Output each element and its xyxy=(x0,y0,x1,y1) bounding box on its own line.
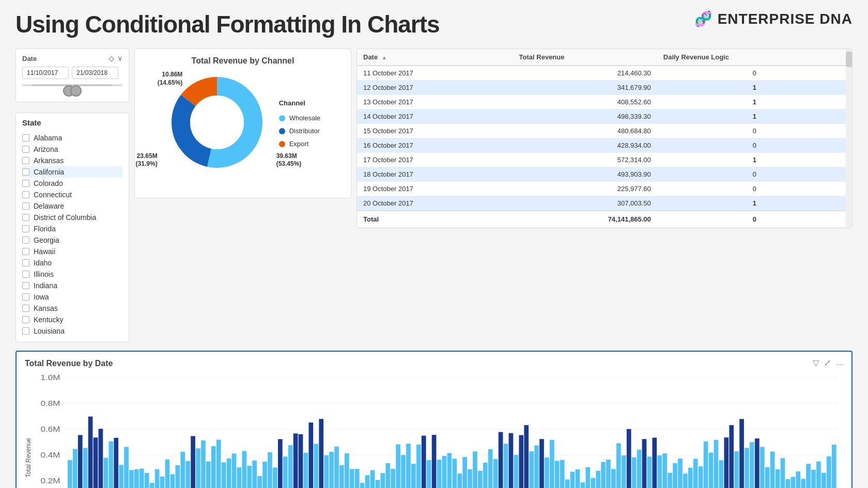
state-item[interactable]: Arizona xyxy=(22,144,122,155)
bar[interactable] xyxy=(699,466,703,488)
bar[interactable] xyxy=(155,469,160,488)
state-checkbox[interactable] xyxy=(22,134,29,141)
bar[interactable] xyxy=(622,455,626,488)
bar[interactable] xyxy=(237,467,242,488)
bar[interactable] xyxy=(765,467,770,488)
date-slider-handles[interactable] xyxy=(22,85,122,97)
bar[interactable] xyxy=(709,453,714,488)
state-item[interactable]: Kansas xyxy=(22,303,122,314)
bar[interactable] xyxy=(473,451,477,488)
date-start-input[interactable]: 11/10/2017 xyxy=(22,67,69,79)
bar[interactable] xyxy=(832,445,836,488)
bar[interactable] xyxy=(693,459,698,488)
bar[interactable] xyxy=(73,449,78,488)
bar[interactable] xyxy=(499,432,503,488)
bar[interactable] xyxy=(114,438,118,488)
filter-icon[interactable]: ▽ xyxy=(813,358,819,368)
bar[interactable] xyxy=(94,437,98,488)
bar[interactable] xyxy=(606,460,611,488)
bar[interactable] xyxy=(437,460,442,488)
bar[interactable] xyxy=(447,453,452,488)
bar[interactable] xyxy=(760,447,765,488)
state-checkbox[interactable] xyxy=(22,305,29,312)
bar[interactable] xyxy=(339,465,344,488)
bar[interactable] xyxy=(196,448,200,488)
expand-icon[interactable]: ⤢ xyxy=(824,358,831,368)
state-item[interactable]: District of Columbia xyxy=(22,212,122,223)
state-checkbox[interactable] xyxy=(22,157,29,164)
bar[interactable] xyxy=(570,471,575,488)
bar[interactable] xyxy=(642,439,647,488)
state-checkbox[interactable] xyxy=(22,180,29,187)
bar[interactable] xyxy=(293,433,298,488)
bar[interactable] xyxy=(129,470,134,488)
bar[interactable] xyxy=(652,437,657,488)
bar[interactable] xyxy=(627,429,631,488)
bar[interactable] xyxy=(180,452,185,488)
state-checkbox[interactable] xyxy=(22,168,29,176)
state-checkbox[interactable] xyxy=(22,248,29,255)
bar[interactable] xyxy=(739,419,744,488)
bar[interactable] xyxy=(99,429,103,488)
bar[interactable] xyxy=(457,474,462,488)
bar[interactable] xyxy=(770,452,775,488)
bar[interactable] xyxy=(673,463,677,488)
table-row[interactable]: 15 October 2017 480,684.80 0 xyxy=(357,124,852,138)
slider-handle-right[interactable] xyxy=(70,85,82,97)
bar[interactable] xyxy=(391,469,395,488)
bar[interactable] xyxy=(432,435,437,488)
bar[interactable] xyxy=(411,464,416,488)
bar[interactable] xyxy=(83,448,88,488)
bar[interactable] xyxy=(462,457,467,488)
bar[interactable] xyxy=(88,417,93,488)
state-item[interactable]: Georgia xyxy=(22,234,122,246)
table-row[interactable]: 11 October 2017 214,460.30 0 xyxy=(357,66,852,81)
bar[interactable] xyxy=(786,479,791,488)
bar[interactable] xyxy=(822,473,826,488)
bar[interactable] xyxy=(222,462,226,488)
state-item[interactable]: Louisiana xyxy=(22,325,122,337)
bar[interactable] xyxy=(657,455,662,488)
bar[interactable] xyxy=(242,451,246,488)
state-checkbox[interactable] xyxy=(22,214,29,221)
bar[interactable] xyxy=(791,477,795,488)
bar[interactable] xyxy=(314,444,318,488)
bar[interactable] xyxy=(529,451,534,488)
state-item[interactable]: Florida xyxy=(22,223,122,234)
bar[interactable] xyxy=(442,456,447,488)
bar[interactable] xyxy=(309,422,314,488)
bar[interactable] xyxy=(611,469,616,488)
table-row[interactable]: 19 October 2017 225,977.60 0 xyxy=(357,182,852,196)
state-checkbox[interactable] xyxy=(22,237,29,244)
bar[interactable] xyxy=(632,458,637,488)
sort-icon-date[interactable]: ▲ xyxy=(382,55,387,60)
bar[interactable] xyxy=(160,477,165,488)
bar[interactable] xyxy=(555,461,560,488)
bar[interactable] xyxy=(247,466,252,488)
bar[interactable] xyxy=(350,469,354,488)
state-item[interactable]: Idaho xyxy=(22,257,122,269)
state-item[interactable]: Illinois xyxy=(22,269,122,280)
bar[interactable] xyxy=(175,465,180,488)
state-checkbox[interactable] xyxy=(22,146,29,153)
state-checkbox[interactable] xyxy=(22,316,29,323)
bar[interactable] xyxy=(683,474,688,488)
state-checkbox[interactable] xyxy=(22,293,29,301)
bar[interactable] xyxy=(704,442,708,488)
table-row[interactable]: 20 October 2017 307,003.50 1 xyxy=(357,196,852,211)
chevron-down-icon[interactable]: ∨ xyxy=(117,54,122,62)
bar[interactable] xyxy=(550,440,554,488)
more-icon[interactable]: … xyxy=(836,358,844,368)
table-row[interactable]: 16 October 2017 428,934.00 0 xyxy=(357,138,852,153)
bar[interactable] xyxy=(468,469,472,488)
bar[interactable] xyxy=(401,455,406,488)
state-item[interactable]: California xyxy=(22,166,122,178)
bar[interactable] xyxy=(776,469,780,488)
bar[interactable] xyxy=(750,442,754,488)
state-checkbox[interactable] xyxy=(22,225,29,232)
bar[interactable] xyxy=(334,447,339,488)
bar[interactable] xyxy=(283,456,288,488)
bar[interactable] xyxy=(329,452,334,488)
bar[interactable] xyxy=(103,458,108,488)
bar[interactable] xyxy=(801,479,805,488)
